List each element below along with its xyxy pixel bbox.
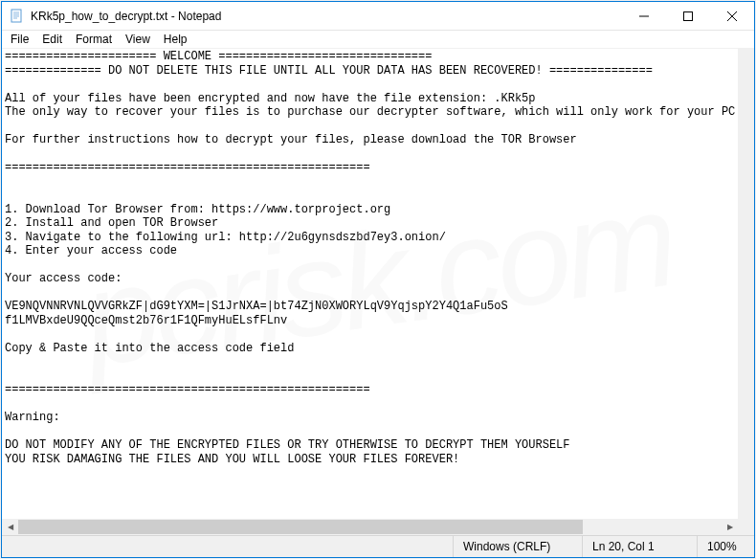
content-area: ====================== WELCOME =========… [2,49,754,535]
titlebar[interactable]: KRk5p_how_to_decrypt.txt - Notepad [2,2,754,31]
menu-view[interactable]: View [119,32,157,47]
close-button[interactable] [710,2,754,31]
horizontal-scrollbar[interactable]: ◀ ▶ [2,519,738,535]
menu-help[interactable]: Help [157,32,194,47]
statusbar: Windows (CRLF) Ln 20, Col 1 100% [2,535,754,557]
window-title: KRk5p_how_to_decrypt.txt - Notepad [31,10,622,23]
menu-format[interactable]: Format [69,32,119,47]
svg-rect-0 [11,10,21,22]
notepad-window: KRk5p_how_to_decrypt.txt - Notepad File … [1,1,755,558]
scroll-left-arrow-icon[interactable]: ◀ [2,519,18,535]
status-zoom: 100% [697,536,754,557]
scroll-corner [738,519,754,535]
menu-edit[interactable]: Edit [35,32,69,47]
status-encoding: Windows (CRLF) [453,536,582,557]
minimize-button[interactable] [622,2,666,31]
svg-rect-6 [684,12,693,21]
horizontal-scroll-track[interactable] [583,519,722,535]
menu-file[interactable]: File [4,32,35,47]
text-editor[interactable]: ====================== WELCOME =========… [2,49,738,519]
menubar: File Edit Format View Help [2,31,754,49]
vertical-scrollbar[interactable] [738,49,754,519]
scroll-right-arrow-icon[interactable]: ▶ [722,519,738,535]
maximize-button[interactable] [666,2,710,31]
horizontal-scroll-thumb[interactable] [18,520,583,534]
status-cursor-position: Ln 20, Col 1 [582,536,697,557]
notepad-icon [10,9,25,24]
window-controls [622,2,754,30]
